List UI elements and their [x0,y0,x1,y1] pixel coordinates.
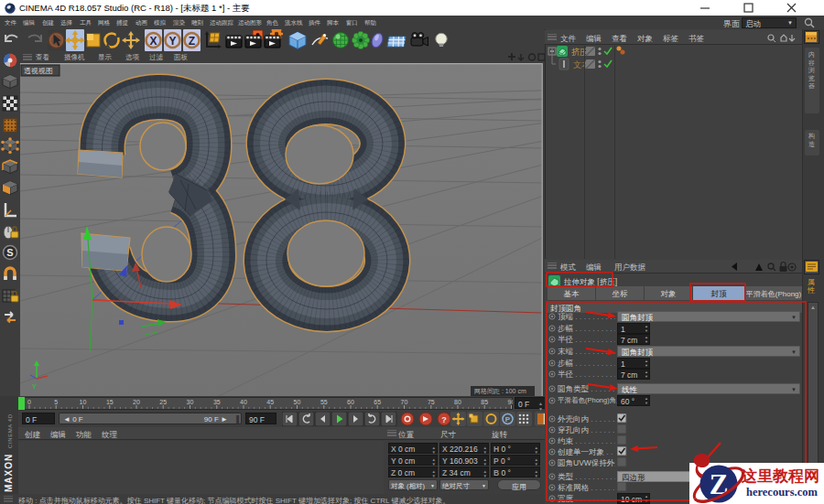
svg-text:75: 75 [428,399,435,405]
svg-text:25: 25 [159,399,167,405]
svg-text:15: 15 [106,399,114,405]
svg-text:0: 0 [27,399,31,405]
svg-text:35: 35 [213,399,221,405]
svg-text:S: S [6,247,13,258]
svg-text:40: 40 [240,399,247,405]
svg-text:90: 90 [508,399,513,405]
svg-text:50: 50 [294,399,301,405]
svg-text:85: 85 [481,399,488,405]
svg-text:Y: Y [32,383,37,390]
svg-text:Y: Y [168,35,176,48]
svg-text:Z: Z [189,35,195,48]
svg-text:X: X [149,35,157,48]
svg-text:P: P [505,415,511,424]
svg-text:65: 65 [374,399,381,405]
svg-text:45: 45 [266,399,274,405]
svg-text:网格间距 : 100 cm: 网格间距 : 100 cm [474,388,526,395]
svg-text:20: 20 [133,399,140,405]
svg-text:?: ? [441,415,447,424]
svg-text:5: 5 [54,399,58,405]
svg-text:80: 80 [454,399,461,405]
svg-text:30: 30 [187,399,194,405]
svg-text:透视视图: 透视视图 [24,67,53,75]
svg-text:10: 10 [80,399,87,405]
svg-text:70: 70 [401,399,408,405]
svg-text:挤压: 挤压 [571,48,588,57]
svg-text:60: 60 [347,399,354,405]
svg-text:55: 55 [320,399,328,405]
